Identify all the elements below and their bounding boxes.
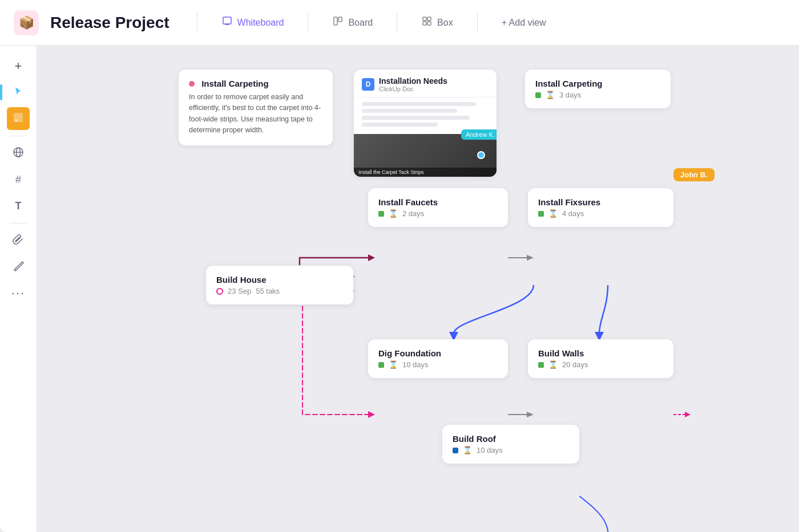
john-badge: John B. <box>673 168 715 181</box>
add-view-button[interactable]: + Add view <box>494 13 554 33</box>
svg-rect-6 <box>14 113 23 122</box>
whiteboard-tab-label: Whiteboard <box>237 18 284 28</box>
doc-line-2 <box>362 109 457 113</box>
board-tab-icon <box>332 15 344 30</box>
duration-icon: ⌛ <box>546 91 555 99</box>
cursor-indicator <box>477 151 485 159</box>
doc-line-3 <box>362 116 470 120</box>
roof-duration-icon: ⌛ <box>463 446 472 454</box>
doc-subtitle: ClickUp Doc <box>379 86 447 92</box>
fixsures-status <box>538 211 544 217</box>
svg-marker-9 <box>368 254 375 261</box>
build-roof-card[interactable]: Build Roof ⌛ 10 days <box>442 425 579 464</box>
foundation-status <box>378 362 384 368</box>
canvas-area: + <box>0 46 799 532</box>
tool-add[interactable]: + <box>7 55 30 78</box>
build-walls-card[interactable]: Build Walls ⌛ 20 days <box>528 339 673 378</box>
install-faucets-meta: ⌛ 2 days <box>378 209 498 218</box>
dig-foundation-duration: 10 days <box>402 360 429 369</box>
install-carpeting-task-card[interactable]: Install Carpeting ⌛ 3 days <box>525 70 671 108</box>
pointer-icon <box>13 86 23 99</box>
install-carpeting-task-title: Install Carpeting <box>535 79 660 88</box>
svg-marker-12 <box>368 411 375 418</box>
tool-globe[interactable] <box>7 142 30 165</box>
tool-draw[interactable] <box>7 255 30 278</box>
svg-rect-2 <box>423 17 426 21</box>
build-roof-duration: 10 days <box>477 446 503 454</box>
toolbar-separator-2 <box>10 223 27 224</box>
build-walls-title: Build Walls <box>538 348 663 358</box>
install-carpeting-task-meta: ⌛ 3 days <box>535 91 660 99</box>
header-divider-4 <box>477 13 478 33</box>
install-fixsures-meta: ⌛ 4 days <box>538 209 663 218</box>
svg-rect-0 <box>334 17 337 25</box>
text-icon: T <box>15 200 22 212</box>
header: 📦 Release Project Whiteboard Board <box>0 0 799 46</box>
build-roof-meta: ⌛ 10 days <box>453 446 569 454</box>
tool-attach[interactable] <box>7 229 30 252</box>
build-walls-meta: ⌛ 20 days <box>538 360 663 369</box>
faucets-duration-icon: ⌛ <box>389 209 398 218</box>
build-walls-duration: 20 days <box>562 360 588 369</box>
dig-foundation-title: Dig Foundation <box>378 348 498 358</box>
install-carpeting-note-title: Install Carpeting <box>189 79 322 88</box>
more-icon: ··· <box>11 286 25 300</box>
pin-dot <box>189 81 195 87</box>
svg-marker-11 <box>527 255 534 261</box>
header-divider-1 <box>197 13 197 33</box>
walls-status <box>538 362 544 368</box>
tool-text[interactable]: T <box>7 194 30 217</box>
doc-icon: D <box>362 78 374 91</box>
attach-icon <box>13 233 24 249</box>
svg-rect-4 <box>423 22 426 25</box>
project-title: Release Project <box>50 14 170 32</box>
svg-marker-18 <box>685 412 691 417</box>
install-carpeting-note-card[interactable]: Install Carpeting In order to remove car… <box>179 70 333 145</box>
tool-grid[interactable]: # <box>7 168 30 191</box>
install-faucets-title: Install Faucets <box>378 197 498 207</box>
status-indicator <box>535 92 541 98</box>
board-tab-label: Board <box>348 18 373 28</box>
build-house-count: 55 taks <box>256 287 280 295</box>
doc-image: Install the Carpet Tack Strips <box>354 134 497 177</box>
build-house-title: Build House <box>216 275 343 285</box>
doc-line-4 <box>362 123 438 127</box>
walls-duration-icon: ⌛ <box>548 360 558 369</box>
build-house-meta: 23 Sep 55 taks <box>216 287 343 295</box>
toolbar-separator-1 <box>10 136 27 136</box>
draw-icon <box>12 259 25 275</box>
tab-box[interactable]: Box <box>413 11 461 34</box>
whiteboard-canvas[interactable]: Install Carpeting In order to remove car… <box>37 46 799 532</box>
header-divider-2 <box>308 13 308 33</box>
installation-needs-card[interactable]: D Installation Needs ClickUp Doc Install… <box>354 70 497 177</box>
svg-marker-14 <box>527 412 534 417</box>
install-faucets-card[interactable]: Install Faucets ⌛ 2 days <box>368 188 508 227</box>
install-fixsures-title: Install Fixsures <box>538 197 663 207</box>
tab-whiteboard[interactable]: Whiteboard <box>213 11 292 34</box>
dig-foundation-card[interactable]: Dig Foundation ⌛ 10 days <box>368 339 508 378</box>
tool-more[interactable]: ··· <box>7 282 30 304</box>
foundation-duration-icon: ⌛ <box>389 360 398 369</box>
doc-line-1 <box>362 102 476 106</box>
fixsures-duration-icon: ⌛ <box>548 209 558 218</box>
build-roof-title: Build Roof <box>453 434 569 444</box>
sticky-icon <box>13 112 24 126</box>
install-carpeting-note-body: In order to remove carpet easily and eff… <box>189 92 322 136</box>
svg-rect-1 <box>338 17 342 22</box>
add-view-label: + Add view <box>502 18 546 28</box>
faucets-status <box>378 211 384 217</box>
install-fixsures-card[interactable]: Install Fixsures ⌛ 4 days <box>528 188 673 227</box>
build-house-status <box>216 288 223 295</box>
box-tab-label: Box <box>437 18 453 28</box>
tool-sticky[interactable] <box>7 107 30 130</box>
tool-pointer[interactable] <box>7 81 30 104</box>
build-house-date: 23 Sep <box>228 287 251 295</box>
install-fixsures-duration: 4 days <box>562 209 584 218</box>
doc-lines <box>354 98 497 134</box>
doc-image-bar: Install the Carpet Tack Strips <box>354 168 497 177</box>
build-house-card[interactable]: Build House 23 Sep 55 taks <box>205 265 354 305</box>
tab-board[interactable]: Board <box>324 11 381 34</box>
install-carpeting-duration: 3 days <box>559 91 581 99</box>
andrew-badge: Andrew K. <box>461 129 497 140</box>
add-icon: + <box>15 59 22 74</box>
